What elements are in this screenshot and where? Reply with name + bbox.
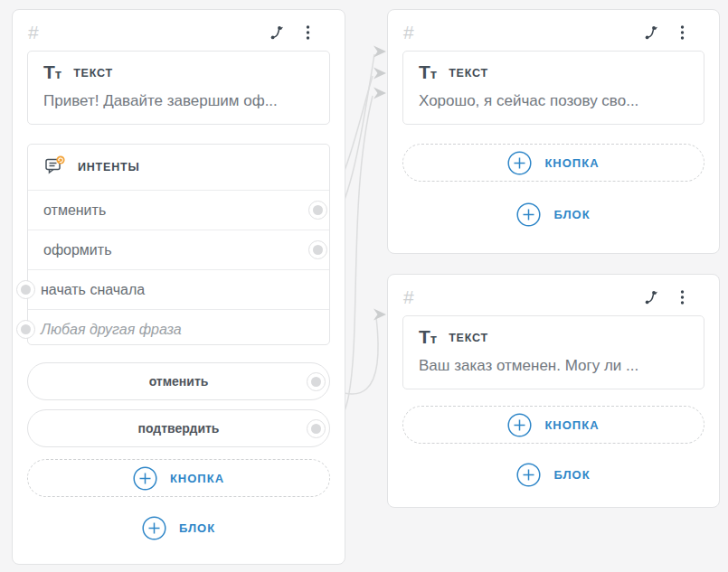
bot-button-label: отменить <box>149 374 209 389</box>
connection-port[interactable] <box>16 280 35 299</box>
kebab-menu-icon[interactable] <box>674 289 690 305</box>
block-type-label: ТЕКСТ <box>449 67 488 80</box>
flow-node-card[interactable]: # Tт ТЕКСТ Ваш з <box>387 274 720 508</box>
add-block-label: БЛОК <box>553 468 590 482</box>
connections-icon[interactable] <box>644 289 660 305</box>
intent-label: оформить <box>43 242 111 258</box>
connection-port[interactable] <box>307 372 326 391</box>
text-type-icon: Tт <box>419 63 437 83</box>
flow-node-card[interactable]: # Tт ТЕКСТ Пр <box>12 9 345 565</box>
bot-button[interactable]: отменить <box>27 362 330 400</box>
text-preview: Привет! Давайте завершим оф... <box>28 83 329 110</box>
intent-row[interactable]: оформить <box>28 230 329 270</box>
flow-node-card[interactable]: # Tт ТЕКСТ Хорош <box>387 9 720 254</box>
node-header: # <box>28 21 316 44</box>
connection-arrowhead <box>373 309 386 321</box>
connection-arrowhead <box>373 46 386 58</box>
add-button-button[interactable]: КНОПКА <box>402 144 704 182</box>
add-button-button[interactable]: КНОПКА <box>27 459 330 497</box>
node-header: # <box>403 286 690 309</box>
intent-label: отменить <box>43 202 106 219</box>
text-preview: Ваш заказ отменен. Могу ли ... <box>403 348 704 375</box>
text-block[interactable]: Tт ТЕКСТ Хорошо, я сейчас позову сво... <box>402 51 704 125</box>
bot-button[interactable]: подтвердить <box>27 409 330 447</box>
connections-icon[interactable] <box>644 24 660 41</box>
intent-label: начать сначала <box>41 282 145 298</box>
node-id-hash: # <box>403 21 414 44</box>
plus-circle-icon <box>507 151 532 175</box>
connection-arrowhead <box>373 88 386 99</box>
text-type-icon: Tт <box>43 63 61 83</box>
connections-icon[interactable] <box>269 24 286 41</box>
connection-port[interactable] <box>307 419 326 438</box>
intents-block[interactable]: ИНТЕНТЫ отменить оформить начать сначала… <box>27 144 330 345</box>
connection-port[interactable] <box>16 320 35 339</box>
add-button-label: КНОПКА <box>544 418 599 432</box>
add-block-button[interactable]: БЛОК <box>27 509 330 547</box>
add-button-button[interactable]: КНОПКА <box>402 406 704 444</box>
kebab-menu-icon[interactable] <box>299 24 316 41</box>
intents-header: ИНТЕНТЫ <box>28 145 329 191</box>
node-id-hash: # <box>28 21 39 44</box>
node-header: # <box>403 21 690 44</box>
add-button-label: КНОПКА <box>170 472 224 485</box>
text-block[interactable]: Tт ТЕКСТ Привет! Давайте завершим оф... <box>27 51 330 125</box>
connection-port[interactable] <box>308 240 327 259</box>
add-block-label: БЛОК <box>179 521 215 535</box>
plus-circle-icon <box>133 466 157 491</box>
add-button-label: КНОПКА <box>544 156 599 170</box>
intent-row[interactable]: отменить <box>28 191 329 230</box>
plus-circle-icon <box>507 413 532 437</box>
block-type-label: ТЕКСТ <box>449 332 488 344</box>
add-block-button[interactable]: БЛОК <box>402 195 704 233</box>
text-type-icon: Tт <box>419 328 437 348</box>
block-type-label: ТЕКСТ <box>73 67 113 80</box>
add-block-label: БЛОК <box>553 208 590 221</box>
intent-row-any-phrase[interactable]: Любая другая фраза <box>28 310 329 349</box>
intent-label: Любая другая фраза <box>41 322 182 338</box>
add-block-button[interactable]: БЛОК <box>402 455 704 493</box>
plus-circle-icon <box>516 202 541 227</box>
node-id-hash: # <box>403 286 414 309</box>
text-block[interactable]: Tт ТЕКСТ Ваш заказ отменен. Могу ли ... <box>402 315 704 389</box>
intent-row[interactable]: начать сначала <box>28 270 329 310</box>
plus-circle-icon <box>142 516 166 540</box>
connection-arrowhead <box>373 68 386 80</box>
plus-circle-icon <box>516 463 541 487</box>
intents-icon <box>43 155 66 180</box>
intents-label: ИНТЕНТЫ <box>78 161 140 173</box>
bot-button-label: подтвердить <box>138 421 220 436</box>
kebab-menu-icon[interactable] <box>674 24 690 41</box>
text-preview: Хорошо, я сейчас позову сво... <box>403 83 704 110</box>
connection-port[interactable] <box>308 201 327 220</box>
